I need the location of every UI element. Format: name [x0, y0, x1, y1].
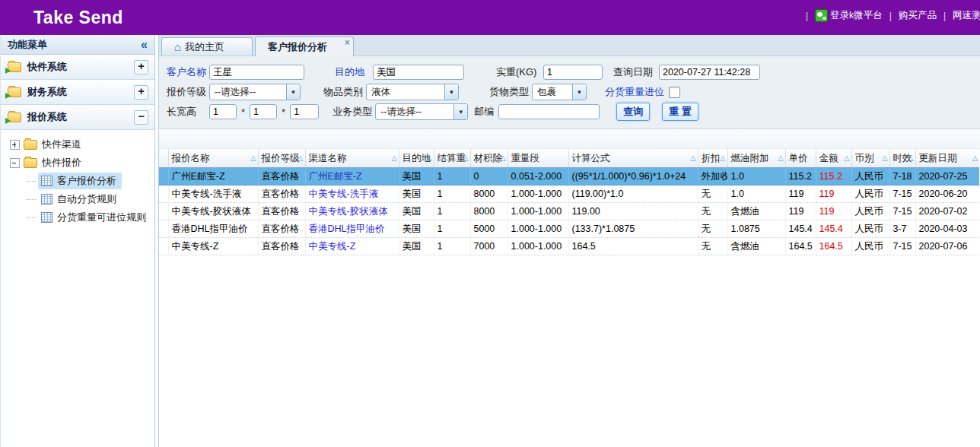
- sort-triangle-icon[interactable]: △: [721, 154, 726, 162]
- col-header-discount[interactable]: 折扣△: [698, 149, 727, 168]
- sidebar-section-quote-system[interactable]: 报价系统 −: [1, 105, 154, 130]
- postcode-input[interactable]: [498, 104, 600, 119]
- col-header-fuel_surcharge[interactable]: 燃油附加△: [727, 149, 785, 168]
- tree-leaf-customer-quote-analysis[interactable]: 客户报价分析: [1, 172, 154, 190]
- quote-level-select[interactable]: --请选择-- ▼: [209, 84, 301, 100]
- tab-customer-quote-analysis[interactable]: 客户报价分析 ×: [255, 36, 354, 56]
- section-label: 报价系统: [27, 110, 67, 124]
- col-header-settle_weight[interactable]: 结算重△: [434, 149, 470, 168]
- sidebar-section-express-system[interactable]: 快件系统 +: [1, 55, 154, 80]
- cell-unit_price: 115.2: [785, 168, 816, 185]
- width-input[interactable]: [250, 104, 277, 119]
- sort-triangle-icon[interactable]: △: [845, 154, 850, 162]
- col-header-label: 结算重: [438, 153, 466, 163]
- table-row[interactable]: 中美专线-Z直客价格中美专线-Z美国170001.000-1.000164.5无…: [159, 238, 979, 255]
- cell-currency: 人民币: [851, 238, 889, 255]
- sort-triangle-icon[interactable]: △: [691, 154, 696, 162]
- col-header-transit_time[interactable]: 时效△: [889, 149, 915, 168]
- col-header-quote_name[interactable]: 报价名称△: [168, 149, 258, 168]
- col-header-unit_price[interactable]: 单价: [785, 149, 816, 168]
- tree-node-express-quote[interactable]: 快件报价: [1, 154, 154, 172]
- table-row[interactable]: 香港DHL指甲油价直客价格香港DHL指甲油价美国150001.000-1.000…: [159, 220, 979, 238]
- sidebar-section-finance-system[interactable]: 财务系统 +: [1, 80, 154, 105]
- col-header-channel_name[interactable]: 渠道名称△: [305, 149, 399, 168]
- col-header-amount[interactable]: 金额△: [816, 149, 851, 168]
- sort-triangle-icon[interactable]: △: [298, 154, 304, 162]
- reset-button[interactable]: 重 置: [662, 103, 698, 121]
- col-header-currency[interactable]: 币别△: [851, 149, 889, 168]
- cell-channel_name[interactable]: 中美专线-洗手液: [305, 185, 399, 203]
- item-category-select[interactable]: 液体 ▼: [366, 84, 459, 100]
- tree-node-express-channel[interactable]: 快件渠道: [1, 135, 154, 154]
- col-header-volume_divisor[interactable]: 材积除△: [470, 149, 508, 168]
- tree-expand-icon[interactable]: [10, 140, 20, 150]
- col-header-quote_level[interactable]: 报价等级△: [258, 149, 305, 168]
- speed-test-link[interactable]: 网速测试: [953, 9, 980, 22]
- query-date-input[interactable]: [659, 65, 760, 80]
- buy-product-link[interactable]: 购买产品: [899, 9, 937, 22]
- table-row[interactable]: 中美专线-洗手液直客价格中美专线-洗手液美国180001.000-1.000(1…: [159, 185, 979, 203]
- cell-settle_weight: 1: [434, 220, 470, 238]
- query-date-label: 查询日期: [613, 65, 659, 79]
- dropdown-arrow-icon[interactable]: ▼: [444, 84, 458, 100]
- business-type-select[interactable]: --请选择-- ▼: [375, 103, 468, 120]
- search-button[interactable]: 查询: [616, 103, 650, 121]
- sort-triangle-icon[interactable]: △: [392, 154, 397, 162]
- sort-triangle-icon[interactable]: △: [501, 154, 506, 162]
- login-kwei-link[interactable]: 登录k微平台: [815, 9, 883, 22]
- col-header-destination[interactable]: 目的地△: [399, 149, 434, 168]
- expand-section-button[interactable]: +: [134, 85, 148, 100]
- table-row[interactable]: 广州E邮宝-Z直客价格广州E邮宝-Z美国100.051-2.000((95*1/…: [159, 168, 979, 185]
- col-header-weight_range[interactable]: 重量段: [508, 149, 568, 168]
- tree-collapse-icon[interactable]: [10, 158, 20, 168]
- cell-formula: 119.00: [568, 203, 698, 220]
- table-grid-icon: [41, 212, 52, 223]
- sort-triangle-icon[interactable]: △: [778, 154, 784, 162]
- cell-amount: 164.5: [816, 238, 851, 255]
- cell-channel_name[interactable]: 中美专线-Z: [305, 238, 399, 255]
- dropdown-arrow-icon[interactable]: ▼: [286, 84, 300, 100]
- cell-discount: 外加收: [698, 168, 727, 185]
- split-weight-carry-checkbox[interactable]: [669, 87, 680, 98]
- sort-triangle-icon[interactable]: △: [427, 154, 432, 162]
- close-tab-icon[interactable]: ×: [345, 38, 350, 47]
- collapse-sidebar-icon[interactable]: «: [141, 39, 148, 51]
- cell-formula: 164.5: [568, 238, 698, 255]
- table-row[interactable]: 中美专线-胶状液体直客价格中美专线-胶状液体美国180001.000-1.000…: [159, 203, 979, 220]
- length-input[interactable]: [209, 104, 237, 119]
- height-input[interactable]: [290, 104, 319, 119]
- cell-weight_range: 1.000-1.000: [508, 203, 568, 220]
- collapse-section-button[interactable]: −: [134, 110, 148, 125]
- cell-channel_name[interactable]: 广州E邮宝-Z: [305, 168, 399, 185]
- col-header-update_date[interactable]: 更新日期△: [915, 149, 979, 168]
- cell-channel_name[interactable]: 中美专线-胶状液体: [305, 203, 399, 220]
- cell-quote_name: 中美专线-洗手液: [168, 185, 258, 203]
- page: Take Send | 登录k微平台 | 购买产品 | 网速测试 功能菜单 « …: [0, 0, 980, 447]
- sort-triangle-icon[interactable]: △: [908, 154, 914, 162]
- section-label: 快件系统: [27, 60, 67, 74]
- destination-input[interactable]: [373, 65, 464, 80]
- tree-leaf-auto-split-rule[interactable]: 自动分货规则: [1, 190, 154, 208]
- cell-update_date: 2020-06-20: [915, 185, 979, 203]
- tree-leaf-split-weight-carry-rule[interactable]: 分货重量可进位规则: [1, 208, 154, 227]
- dropdown-arrow-icon[interactable]: ▼: [572, 84, 586, 100]
- cell-currency: 人民币: [851, 185, 889, 203]
- sort-triangle-icon[interactable]: △: [463, 154, 469, 162]
- cell-discount: 无: [698, 238, 727, 255]
- folder-icon: [24, 140, 37, 150]
- home-icon: ⌂: [174, 41, 181, 52]
- sort-triangle-icon[interactable]: △: [883, 154, 888, 162]
- wechat-icon: [815, 9, 828, 22]
- col-header-formula[interactable]: 计算公式△: [568, 149, 698, 168]
- dropdown-arrow-icon[interactable]: ▼: [453, 104, 467, 119]
- cargo-type-select[interactable]: 包裹 ▼: [532, 84, 587, 100]
- customer-name-input[interactable]: [209, 65, 304, 80]
- sort-triangle-icon[interactable]: △: [972, 154, 978, 162]
- tab-home[interactable]: ⌂ 我的主页: [161, 37, 253, 55]
- quote-level-value: --请选择--: [210, 86, 286, 99]
- folder-arrow-icon: [8, 87, 21, 97]
- cell-channel_name[interactable]: 香港DHL指甲油价: [305, 220, 399, 238]
- actual-weight-input[interactable]: [543, 65, 603, 80]
- expand-section-button[interactable]: +: [134, 60, 148, 74]
- sort-triangle-icon[interactable]: △: [251, 154, 256, 162]
